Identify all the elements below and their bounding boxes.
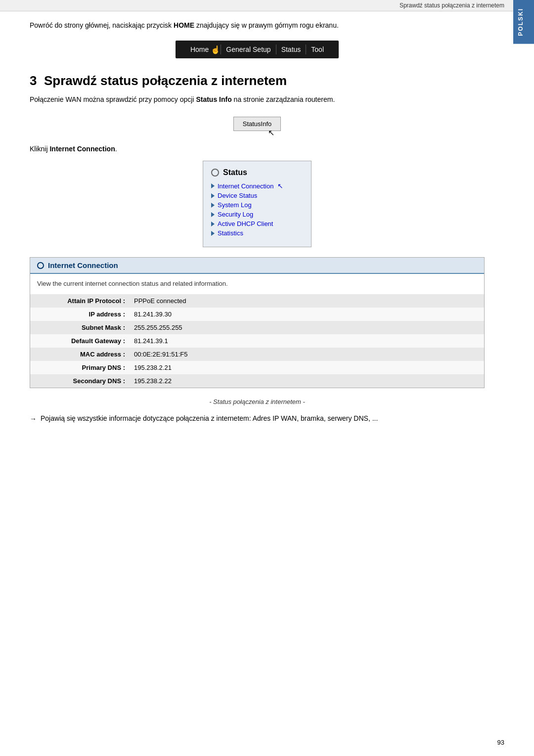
triangle-icon — [211, 183, 215, 188]
table-row: Secondary DNS :195.238.2.22 — [30, 374, 484, 388]
section-description: Połączenie WAN można sprawdzić przy pomo… — [30, 94, 485, 105]
table-caption: - Status połączenia z internetem - — [30, 398, 485, 405]
menu-item-device-status[interactable]: Device Status — [211, 192, 299, 199]
status-menu: Status Internet Connection ↖ Device Stat… — [203, 161, 312, 247]
nav-bar-container: Home ☝ General Setup Status Tool — [30, 41, 485, 58]
table-value-cell: 81.241.39.30 — [129, 308, 484, 321]
nav-item-home[interactable]: Home — [185, 44, 214, 54]
table-value-cell: 255.255.255.255 — [129, 321, 484, 334]
table-row: Attain IP Protocol :PPPoE connected — [30, 294, 484, 308]
status-circle-icon — [211, 169, 219, 177]
main-content: Powróć do strony głównej, naciskając prz… — [0, 11, 514, 449]
table-label-cell: Attain IP Protocol : — [30, 294, 129, 308]
nav-item-tool[interactable]: Tool — [306, 44, 329, 54]
triangle-icon — [211, 193, 215, 198]
menu-item-system-log[interactable]: System Log — [211, 201, 299, 209]
statusinfo-button[interactable]: StatusInfo ↖ — [233, 117, 281, 131]
table-value-cell: 195.238.2.22 — [129, 374, 484, 388]
cursor-icon: ☝ — [211, 45, 221, 54]
nav-item-status[interactable]: Status — [276, 44, 306, 54]
cursor-icon-menu: ↖ — [277, 182, 283, 190]
table-value-cell: PPPoE connected — [129, 294, 484, 308]
table-row: Subnet Mask :255.255.255.255 — [30, 321, 484, 334]
table-label-cell: Secondary DNS : — [30, 374, 129, 388]
triangle-icon — [211, 231, 215, 236]
internet-connection-panel: Internet Connection View the current int… — [30, 257, 485, 388]
statusinfo-container: StatusInfo ↖ — [30, 117, 485, 131]
triangle-icon — [211, 212, 215, 217]
table-row: Primary DNS :195.238.2.21 — [30, 361, 484, 374]
inet-description-text: View the current internet connection sta… — [30, 274, 484, 291]
menu-item-active-dhcp[interactable]: Active DHCP Client — [211, 220, 299, 227]
inet-header-icon — [37, 262, 44, 269]
menu-item-internet-connection[interactable]: Internet Connection ↖ — [211, 182, 299, 190]
menu-item-statistics[interactable]: Statistics — [211, 229, 299, 237]
click-instruction: Kliknij Internet Connection. — [30, 145, 485, 153]
top-bar: Sprawdź status połączenia z internetem — [0, 0, 534, 11]
inet-connection-header: Internet Connection — [30, 258, 484, 274]
triangle-icon — [211, 203, 215, 208]
table-value-cell: 81.241.39.1 — [129, 334, 484, 348]
menu-item-security-log[interactable]: Security Log — [211, 211, 299, 218]
arrow-symbol: → — [30, 414, 37, 424]
nav-item-general-setup[interactable]: General Setup — [221, 44, 275, 54]
intro-paragraph: Powróć do strony głównej, naciskając prz… — [30, 20, 485, 31]
status-menu-title: Status — [211, 168, 299, 177]
table-value-cell: 00:0E:2E:91:51:F5 — [129, 348, 484, 361]
nav-bar: Home ☝ General Setup Status Tool — [176, 41, 339, 58]
table-value-cell: 195.238.2.21 — [129, 361, 484, 374]
table-label-cell: MAC address : — [30, 348, 129, 361]
connection-data-table: Attain IP Protocol :PPPoE connectedIP ad… — [30, 294, 484, 388]
table-row: MAC address :00:0E:2E:91:51:F5 — [30, 348, 484, 361]
arrow-note: → Pojawią się wszystkie informacje dotyc… — [30, 413, 485, 424]
section-heading: 3 Sprawdź status połączenia z internetem — [30, 73, 485, 89]
side-tab: POLSKI — [513, 0, 534, 44]
table-row: IP address :81.241.39.30 — [30, 308, 484, 321]
table-label-cell: IP address : — [30, 308, 129, 321]
triangle-icon — [211, 222, 215, 226]
table-label-cell: Subnet Mask : — [30, 321, 129, 334]
table-row: Default Gateway :81.241.39.1 — [30, 334, 484, 348]
table-label-cell: Primary DNS : — [30, 361, 129, 374]
breadcrumb-text: Sprawdź status połączenia z internetem — [400, 2, 504, 9]
table-label-cell: Default Gateway : — [30, 334, 129, 348]
page-number: 93 — [497, 739, 504, 746]
cursor-hand-icon: ↖ — [268, 128, 274, 137]
status-menu-container: Status Internet Connection ↖ Device Stat… — [30, 161, 485, 247]
